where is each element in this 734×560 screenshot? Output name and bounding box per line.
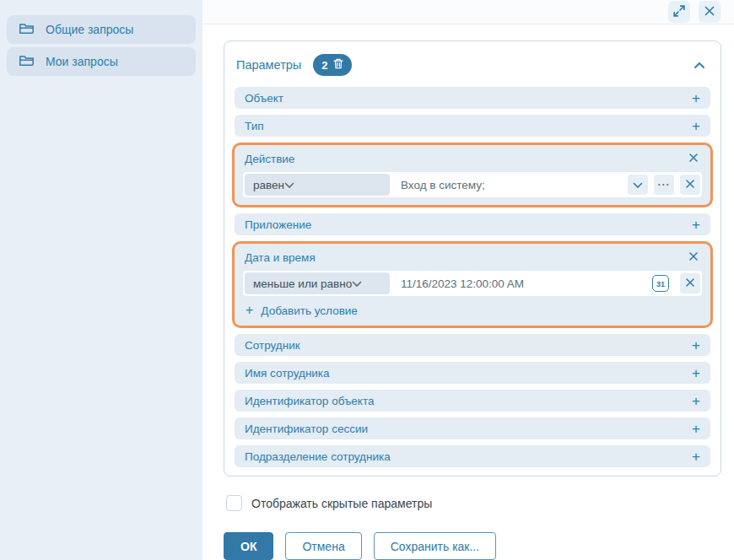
param-section-action: Действие равен Вход в систему; <box>232 143 713 207</box>
close-icon <box>704 5 715 19</box>
plus-icon[interactable]: + <box>692 422 700 436</box>
datetime-operator-select[interactable]: меньше или равно <box>245 272 390 294</box>
plus-icon: + <box>246 304 253 317</box>
param-row-employee-name[interactable]: Имя сотрудника + <box>235 362 710 384</box>
datetime-clear-button[interactable] <box>680 273 700 293</box>
close-icon <box>685 179 695 191</box>
close-icon <box>688 251 699 264</box>
folder-icon <box>19 54 35 70</box>
plus-icon[interactable]: + <box>692 450 700 464</box>
dialog-topbar <box>202 0 734 24</box>
sidebar-item-label: Общие запросы <box>46 23 133 36</box>
chevron-up-icon <box>694 59 705 72</box>
action-clear-button[interactable] <box>680 175 700 195</box>
action-section-header: Действие <box>243 148 702 172</box>
param-row-label: Идентификатор объекта <box>245 395 374 407</box>
param-row-object-id[interactable]: Идентификатор объекта + <box>235 390 710 412</box>
plus-icon[interactable]: + <box>692 119 700 133</box>
action-value-field[interactable]: Вход в систему; <box>396 174 622 196</box>
param-row-application[interactable]: Приложение + <box>235 213 710 235</box>
param-row-employee[interactable]: Сотрудник + <box>235 334 710 356</box>
param-row-employee-department[interactable]: Подразделение сотрудника + <box>235 445 710 467</box>
datetime-condition-row: меньше или равно 11/16/2023 12:00:00 AM … <box>243 271 702 296</box>
param-section-datetime: Дата и время меньше или равно 11/16/2023… <box>232 241 713 328</box>
params-count: 2 <box>321 59 327 72</box>
param-row-object[interactable]: Объект + <box>235 87 710 109</box>
expand-icon <box>672 4 686 20</box>
remove-action-param-button[interactable] <box>687 151 700 167</box>
show-hidden-params-label: Отображать скрытые параметры <box>251 497 432 510</box>
sidebar: Общие запросы Мои запросы <box>0 0 202 560</box>
collapse-panel-button[interactable] <box>690 57 709 73</box>
param-row-label: Приложение <box>245 218 311 231</box>
datetime-operator-value: меньше или равно <box>253 277 352 290</box>
dialog-buttons: ОК Отмена Сохранить как... <box>224 532 721 560</box>
param-row-type[interactable]: Тип + <box>235 115 710 137</box>
ok-button[interactable]: ОК <box>224 532 273 560</box>
parameters-title: Параметры <box>236 58 301 72</box>
plus-icon[interactable]: + <box>692 366 700 380</box>
datetime-value: 11/16/2023 12:00:00 AM <box>401 277 524 290</box>
main-area: Параметры 2 Объект + Тип + <box>202 0 734 560</box>
show-hidden-params-checkbox[interactable] <box>226 495 242 511</box>
action-operator-select[interactable]: равен <box>245 174 390 196</box>
selected-params-badge[interactable]: 2 <box>313 54 351 76</box>
sidebar-item-my-queries[interactable]: Мои запросы <box>7 47 196 76</box>
plus-icon[interactable]: + <box>692 394 700 408</box>
folder-icon <box>19 22 35 38</box>
param-row-label: Подразделение сотрудника <box>245 450 391 463</box>
save-as-button[interactable]: Сохранить как... <box>374 532 496 560</box>
chevron-down-icon <box>352 276 362 291</box>
query-parameters-window: Общие запросы Мои запросы Параметры 2 <box>0 0 734 560</box>
add-condition-label: Добавить условие <box>261 304 358 317</box>
chevron-down-icon <box>633 179 643 191</box>
close-icon <box>688 153 699 165</box>
action-condition-row: равен Вход в систему; ··· <box>243 172 702 197</box>
param-row-label: Имя сотрудника <box>245 367 330 380</box>
calendar-picker-button[interactable]: 31 <box>652 275 669 292</box>
sidebar-item-label: Мои запросы <box>46 55 118 68</box>
close-icon <box>685 277 695 290</box>
action-dropdown-button[interactable] <box>628 175 648 195</box>
plus-icon[interactable]: + <box>692 218 700 232</box>
datetime-value-field[interactable]: 11/16/2023 12:00:00 AM 31 <box>396 272 674 294</box>
dialog-content: Параметры 2 Объект + Тип + <box>202 24 734 560</box>
chevron-down-icon <box>284 177 294 192</box>
cancel-button[interactable]: Отмена <box>285 532 361 560</box>
close-button[interactable] <box>699 1 721 23</box>
param-row-label: Сотрудник <box>245 339 300 352</box>
expand-button[interactable] <box>668 1 690 23</box>
plus-icon[interactable]: + <box>692 91 700 105</box>
trash-icon <box>333 58 343 72</box>
param-row-label: Объект <box>245 92 283 105</box>
sidebar-item-common-queries[interactable]: Общие запросы <box>7 15 196 44</box>
parameters-panel: Параметры 2 Объект + Тип + <box>224 40 721 477</box>
datetime-section-header: Дата и время <box>243 247 702 271</box>
add-condition-link[interactable]: + Добавить условие <box>246 304 358 317</box>
show-hidden-params-row: Отображать скрытые параметры <box>226 495 721 511</box>
ellipsis-icon: ··· <box>658 180 671 190</box>
remove-datetime-param-button[interactable] <box>687 250 700 266</box>
action-more-button[interactable]: ··· <box>654 175 674 195</box>
action-section-label: Действие <box>245 153 294 165</box>
plus-icon[interactable]: + <box>692 338 700 353</box>
param-row-session-id[interactable]: Идентификатор сессии + <box>235 417 710 439</box>
action-operator-value: равен <box>253 179 284 191</box>
calendar-icon: 31 <box>652 275 669 292</box>
parameters-header: Параметры 2 <box>236 54 709 76</box>
param-row-label: Идентификатор сессии <box>245 423 368 435</box>
param-row-label: Тип <box>245 120 264 132</box>
datetime-section-label: Дата и время <box>245 251 316 264</box>
